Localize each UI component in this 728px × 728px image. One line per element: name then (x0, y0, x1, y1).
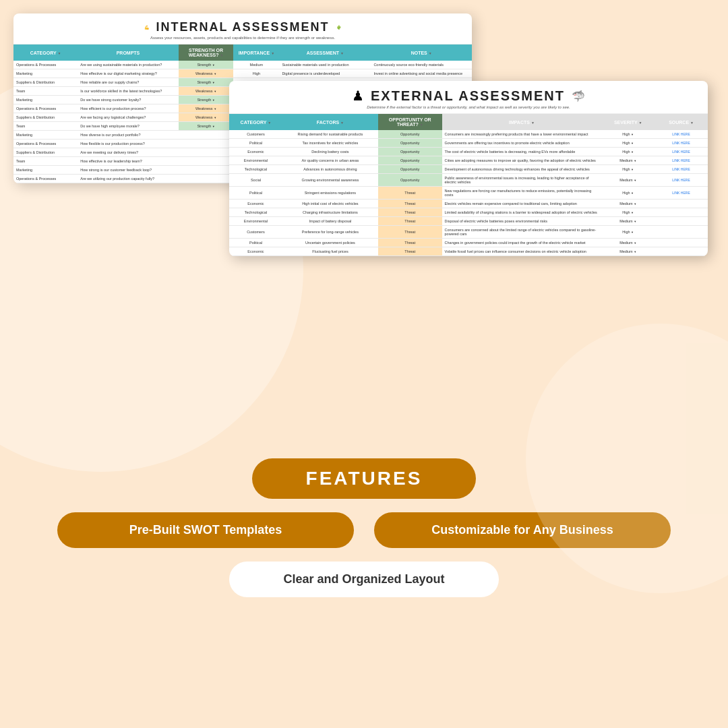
table-row: Medium ▼ (601, 174, 655, 187)
table-row: Digital presence is underdeveloped (279, 69, 371, 78)
table-row: Invest in online advertising and social … (371, 69, 472, 78)
table-row (655, 217, 708, 226)
table-row: Opportunity (378, 165, 442, 174)
table-row (655, 247, 708, 256)
table-row: Opportunity (378, 174, 442, 187)
table-row: How flexible is our production process? (78, 140, 179, 148)
ext-th-opportunity: OPPORTUNITY OR THREAT? ▼ (378, 114, 442, 130)
table-row: High ▼ (601, 130, 655, 139)
table-row: Strength ▼ (179, 78, 234, 87)
chess-icon: ♟ (352, 88, 364, 104)
table-row: High initial cost of electric vehicles (282, 200, 378, 208)
table-row: Suppliers & Distribution (13, 148, 78, 157)
table-row: Consumers are increasingly preferring pr… (442, 130, 602, 139)
table-row: Suppliers & Distribution (13, 78, 78, 87)
table-row: Cities are adopting measures to improve … (442, 156, 602, 165)
table-row: Strength ▼ (179, 122, 234, 131)
table-row: Medium ▼ (601, 200, 655, 208)
table-row: The cost of electric vehicle batteries i… (442, 148, 602, 156)
table-row: Opportunity (378, 130, 442, 139)
table-row: Advances in autonomous driving (282, 165, 378, 174)
table-row: Weakness ▼ (179, 104, 234, 113)
external-assessment-doc: ♟ EXTERNAL ASSESSMENT 🦈 Determine if the… (229, 81, 708, 256)
ext-th-category: CATEGORY ▼ (229, 114, 282, 130)
table-row: Political (229, 239, 282, 247)
table-row: Threat (378, 247, 442, 256)
table-row: Weakness ▼ (179, 113, 234, 122)
feature-badge-organized: Clear and Organized Layout (229, 562, 498, 597)
table-row: Sustainable materials used in production (279, 61, 371, 69)
table-row: How effective is our leadership team? (78, 157, 179, 166)
table-row: Do we have high employee morale? (78, 122, 179, 131)
table-row: LINK HERE (655, 130, 708, 139)
feature-badge-prebuilt: Pre-Built SWOT Templates (57, 512, 354, 548)
table-row (179, 140, 234, 148)
ext-th-source: SOURCE ▼ (655, 114, 708, 130)
int-th-strength: STRENGTH OR WEAKNESS? ▼ (179, 44, 234, 61)
int-th-assessment: ASSESSMENT ▼ (279, 44, 371, 61)
table-row (179, 131, 234, 140)
table-row: High ▼ (601, 208, 655, 217)
table-row: Customers (229, 226, 282, 239)
table-row: Social (229, 174, 282, 187)
table-row: Suppliers & Distribution (13, 113, 78, 122)
table-row: Development of autonomous driving techno… (442, 165, 602, 174)
table-row: Operations & Processes (13, 104, 78, 113)
table-row: Is our workforce skilled in the latest t… (78, 87, 179, 96)
int-th-category: CATEGORY ▼ (13, 44, 78, 61)
table-row (179, 166, 234, 175)
table-row (655, 208, 708, 217)
external-title-row: ♟ EXTERNAL ASSESSMENT 🦈 (237, 88, 700, 104)
table-row: LINK HERE (655, 148, 708, 156)
table-row: Weakness ▼ (179, 69, 234, 78)
table-row: Operations & Processes (13, 175, 78, 183)
table-row: Strength ▼ (179, 61, 234, 69)
table-row: New regulations are forcing car manufact… (442, 187, 602, 200)
table-row: Threat (378, 217, 442, 226)
main-container: 💪 INTERNAL ASSESSMENT 🌵 Assess your reso… (0, 0, 728, 728)
table-row: LINK HERE (655, 139, 708, 148)
table-row: Threat (378, 226, 442, 239)
table-row: Medium ▼ (601, 156, 655, 165)
table-row (179, 157, 234, 166)
table-row: Environmental (229, 156, 282, 165)
shark-icon: 🦈 (572, 90, 585, 102)
table-row: Threat (378, 187, 442, 200)
table-row: Fluctuating fuel prices (282, 247, 378, 256)
table-row: Technological (229, 165, 282, 174)
table-row: High ▼ (601, 165, 655, 174)
table-row: Air quality concerns in urban areas (282, 156, 378, 165)
table-row: Uncertain government policies (282, 239, 378, 247)
table-row: Opportunity (378, 148, 442, 156)
table-row: Tax incentives for electric vehicles (282, 139, 378, 148)
table-row: Continuously source eco-friendly materia… (371, 61, 472, 69)
table-row: Do we have strong customer loyalty? (78, 96, 179, 104)
table-row: Team (13, 157, 78, 166)
table-row: How strong is our customer feedback loop… (78, 166, 179, 175)
table-row: Opportunity (378, 156, 442, 165)
table-row: Economic (229, 200, 282, 208)
table-row (655, 226, 708, 239)
table-row: Disposal of electric vehicle batteries p… (442, 217, 602, 226)
table-row: Declining battery costs (282, 148, 378, 156)
table-row: How effective is our digital marketing s… (78, 69, 179, 78)
int-th-importance: IMPORTANCE ▼ (233, 44, 279, 61)
table-row: Environmental (229, 217, 282, 226)
table-row: Opportunity (378, 139, 442, 148)
table-row: Weakness ▼ (179, 87, 234, 96)
table-row: Preference for long-range vehicles (282, 226, 378, 239)
features-title-badge: FEATURES (252, 458, 477, 499)
table-row: Marketing (13, 69, 78, 78)
documents-area: 💪 INTERNAL ASSESSMENT 🌵 Assess your reso… (0, 0, 728, 445)
internal-doc-title: INTERNAL ASSESSMENT (156, 20, 329, 34)
table-row: LINK HERE (655, 156, 708, 165)
table-row: Impact of battery disposal (282, 217, 378, 226)
table-row: Medium ▼ (601, 217, 655, 226)
table-row: Rising demand for sustainable products (282, 130, 378, 139)
table-row: LINK HERE (655, 187, 708, 200)
table-row: Political (229, 187, 282, 200)
table-row: Changes in government policies could imp… (442, 239, 602, 247)
table-row: LINK HERE (655, 174, 708, 187)
table-row: Economic (229, 247, 282, 256)
external-doc-subtitle: Determine if the external factor is a th… (237, 105, 700, 109)
